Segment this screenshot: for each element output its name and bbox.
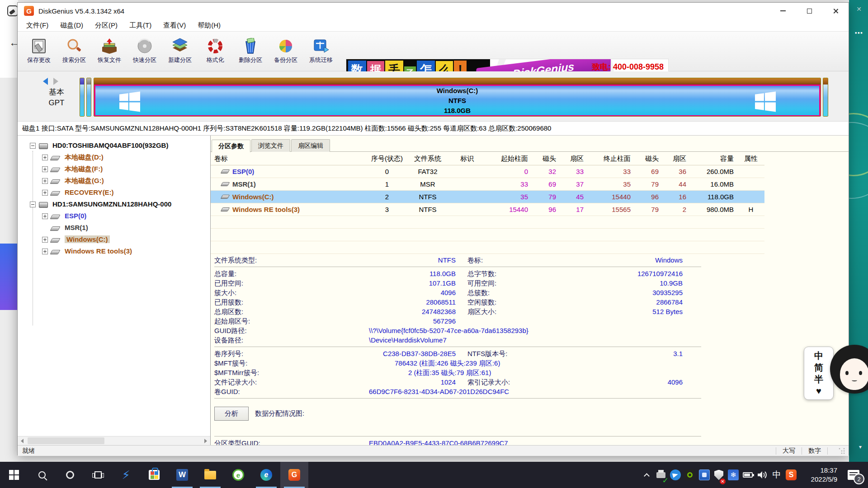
col-header[interactable]: 容量 xyxy=(690,152,737,165)
expand-toggle-icon[interactable] xyxy=(42,237,48,243)
tray-volume[interactable] xyxy=(755,462,769,488)
taskbar-clock[interactable]: 18:37 2022/5/9 xyxy=(798,466,839,484)
col-header[interactable]: 磁头 xyxy=(532,152,560,165)
new-partition-button[interactable]: 新建分区 xyxy=(162,32,198,70)
col-header[interactable]: 属性 xyxy=(737,152,764,165)
tray-defender[interactable]: ✕ xyxy=(712,462,726,488)
format-button[interactable]: 格式化 xyxy=(198,32,233,70)
expand-toggle-icon[interactable] xyxy=(42,166,48,172)
save-changes-button[interactable]: 保存更改 xyxy=(21,32,57,70)
tree-item-local-d[interactable]: 本地磁盘(D:) xyxy=(18,152,210,164)
menu-view[interactable]: 查看(V) xyxy=(157,19,192,32)
tree-item-recovery-e[interactable]: RECOVERY(E:) xyxy=(18,187,210,199)
scroll-left-icon[interactable] xyxy=(43,78,48,85)
tab-bar: 分区参数 浏览文件 扇区编辑 xyxy=(211,139,849,152)
partition-bar-windows-c[interactable]: Windows(C:) NTFS 118.0GB xyxy=(94,78,821,117)
maximize-button[interactable] xyxy=(796,3,822,19)
search-button[interactable] xyxy=(28,462,56,488)
tree-item-esp[interactable]: ESP(0) xyxy=(18,211,210,222)
table-row-winre[interactable]: Windows RE tools(3) 3 NTFS 15440 96 17 1… xyxy=(211,203,764,216)
scrollbar-thumb[interactable] xyxy=(28,437,104,444)
diskgenius-icon: G xyxy=(288,469,300,481)
table-row-msr[interactable]: MSR(1) 1 MSR 33 69 37 35 79 44 16.0MB xyxy=(211,178,764,191)
taskbar-app-diskgenius[interactable]: G xyxy=(280,462,308,488)
sticker-face xyxy=(830,345,868,394)
col-header[interactable]: 文件系统 xyxy=(403,152,453,165)
scrollbar-left-arrow[interactable] xyxy=(18,436,27,445)
taskbar-app-store[interactable] xyxy=(140,462,168,488)
cortana-button[interactable] xyxy=(56,462,84,488)
start-button[interactable] xyxy=(0,462,28,488)
tray-battery[interactable] xyxy=(741,462,755,488)
partition-strip-winre[interactable] xyxy=(823,78,828,117)
scroll-down-icon[interactable]: ▾ xyxy=(859,444,862,450)
taskbar-app-thunder[interactable]: ⚡ xyxy=(112,462,140,488)
background-app-icon[interactable] xyxy=(7,5,18,16)
menu-partition[interactable]: 分区(P) xyxy=(89,19,123,32)
scrollbar-right-arrow[interactable] xyxy=(201,436,210,445)
collapse-toggle-icon[interactable] xyxy=(30,202,36,207)
menu-tools[interactable]: 工具(T) xyxy=(123,19,157,32)
col-header[interactable]: 序号(状态) xyxy=(371,152,403,165)
tree-item-msr[interactable]: MSR(1) xyxy=(18,222,210,234)
expand-toggle-icon[interactable] xyxy=(42,178,48,184)
partition-strip-msr[interactable] xyxy=(86,78,91,117)
col-header[interactable]: 扇区 xyxy=(662,152,690,165)
analyze-button[interactable]: 分析 xyxy=(214,407,249,421)
tab-partition-params[interactable]: 分区参数 xyxy=(212,140,250,152)
recover-files-button[interactable]: 恢复文件 xyxy=(92,32,127,70)
tray-intel-graphics[interactable] xyxy=(697,462,712,488)
scroll-right-icon[interactable] xyxy=(53,78,58,85)
menu-disk[interactable]: 磁盘(D) xyxy=(54,19,89,32)
system-migrate-button[interactable]: 系统迁移 xyxy=(303,32,339,70)
col-header[interactable]: 卷标 xyxy=(211,152,371,165)
col-header[interactable]: 终止柱面 xyxy=(587,152,634,165)
close-button[interactable] xyxy=(822,3,849,19)
tree-horizontal-scrollbar[interactable] xyxy=(18,436,210,445)
tray-nvidia[interactable] xyxy=(683,462,697,488)
tree-item-local-g[interactable]: 本地磁盘(G:) xyxy=(18,175,210,187)
background-close-icon[interactable]: ✕ xyxy=(856,5,862,13)
table-row-esp[interactable]: ESP(0) 0 FAT32 0 32 33 33 69 36 260.0MB xyxy=(211,165,764,178)
search-partition-button[interactable]: 搜索分区 xyxy=(57,32,92,70)
quick-partition-button[interactable]: 快速分区 xyxy=(127,32,162,70)
col-header[interactable]: 标识 xyxy=(453,152,482,165)
tray-sogou[interactable]: S xyxy=(784,462,798,488)
tray-ime-indicator[interactable]: 中 xyxy=(769,462,784,488)
delete-partition-button[interactable]: 删除分区 xyxy=(233,32,268,70)
tray-printer[interactable]: ✓ xyxy=(654,462,668,488)
taskbar-app-360browser[interactable]: e xyxy=(224,462,252,488)
expand-toggle-icon[interactable] xyxy=(42,155,48,160)
tray-expand-button[interactable] xyxy=(639,462,654,488)
desktop-sticker: 中 简 半 ♥ xyxy=(804,345,868,401)
tray-cloud-app[interactable] xyxy=(668,462,683,488)
tree-item-local-f[interactable]: 本地磁盘(F:) xyxy=(18,164,210,175)
table-row-windows-c-selected[interactable]: Windows(C:) 2 NTFS 35 79 45 15440 96 16 … xyxy=(211,191,764,203)
taskbar-app-explorer[interactable] xyxy=(196,462,224,488)
tree-item-hd0[interactable]: HD0:TOSHIBAMQ04ABF100(932GB) xyxy=(18,140,210,152)
tray-driver-tool[interactable]: ❄ xyxy=(726,462,741,488)
notification-center-button[interactable]: 2 xyxy=(839,462,868,488)
resize-grip[interactable] xyxy=(839,448,845,454)
menu-help[interactable]: 帮助(H) xyxy=(192,19,226,32)
taskbar-app-edge[interactable]: e xyxy=(252,462,280,488)
expand-toggle-icon[interactable] xyxy=(42,190,48,196)
tree-item-winre-tools[interactable]: Windows RE tools(3) xyxy=(18,246,210,258)
expand-toggle-icon[interactable] xyxy=(42,213,48,219)
minimize-button[interactable] xyxy=(770,3,796,19)
more-options-icon[interactable]: ⋯ xyxy=(854,28,863,38)
backup-partition-button[interactable]: 备份分区 xyxy=(268,32,303,70)
tab-browse-files[interactable]: 浏览文件 xyxy=(251,139,290,152)
col-header[interactable]: 磁头 xyxy=(634,152,662,165)
expand-toggle-icon[interactable] xyxy=(42,249,48,254)
tree-item-hd1[interactable]: HD1:SAMSUNGMZNLN128HAHQ-000 xyxy=(18,199,210,211)
tab-sector-edit[interactable]: 扇区编辑 xyxy=(291,139,330,152)
tree-item-windows-c[interactable]: Windows(C:) xyxy=(18,234,210,246)
partition-strip-esp[interactable] xyxy=(80,78,85,117)
taskbar-app-word[interactable]: W xyxy=(168,462,196,488)
menu-file[interactable]: 文件(F) xyxy=(20,19,54,32)
collapse-toggle-icon[interactable] xyxy=(30,143,36,149)
col-header[interactable]: 扇区 xyxy=(560,152,587,165)
col-header[interactable]: 起始柱面 xyxy=(482,152,532,165)
task-view-button[interactable] xyxy=(84,462,112,488)
